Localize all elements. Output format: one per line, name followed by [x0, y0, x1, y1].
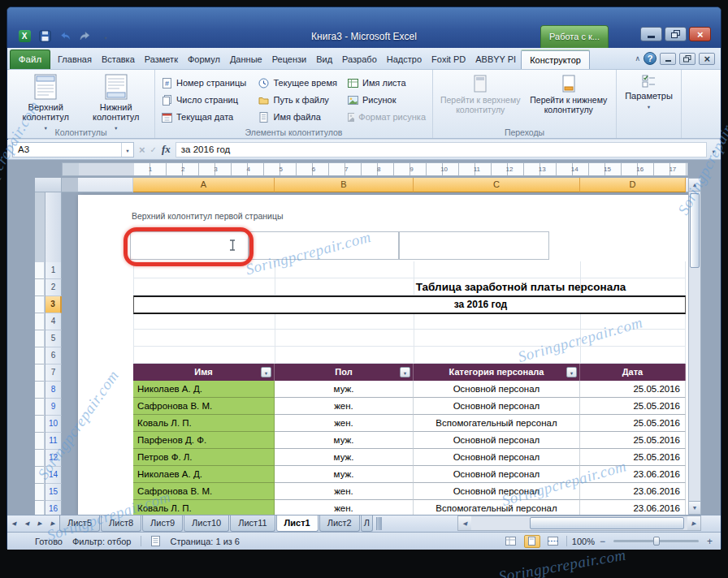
first-sheet-button[interactable]	[7, 515, 20, 532]
column-header-b[interactable]: B	[275, 178, 414, 192]
footer-button[interactable]: Нижний колонтитул	[81, 72, 151, 133]
save-button[interactable]	[37, 28, 52, 43]
zoom-out-button[interactable]	[600, 537, 605, 546]
cell-category[interactable]: Вспомогательный персонал	[414, 415, 580, 432]
tab-design-active[interactable]: Конструктор	[521, 50, 590, 69]
row-header[interactable]: 14	[46, 467, 62, 484]
cell-date[interactable]: 25.05.2016	[580, 415, 686, 432]
row-header[interactable]: 5	[46, 330, 62, 347]
scroll-left-button[interactable]	[458, 516, 471, 530]
row-header[interactable]: 7	[46, 364, 62, 382]
tab-addins[interactable]: Надстро	[382, 50, 427, 69]
doc-close-button[interactable]	[699, 53, 715, 65]
cell-category[interactable]: Основной персонал	[414, 483, 580, 500]
minimize-button[interactable]	[640, 27, 662, 41]
row-header[interactable]: 1	[46, 262, 62, 279]
scroll-down-button[interactable]	[689, 501, 700, 514]
row-header[interactable]: 2	[46, 279, 62, 296]
sheet-tab[interactable]: Лист8	[101, 515, 141, 532]
table-header-name[interactable]: Имя	[133, 364, 275, 381]
row-header[interactable]: 12	[46, 450, 62, 467]
scroll-right-button[interactable]	[687, 516, 700, 530]
normal-view-button[interactable]	[503, 535, 519, 548]
cell-gender[interactable]: муж.	[275, 432, 414, 449]
collapse-ribbon-icon[interactable]	[635, 54, 640, 63]
horizontal-scroll-thumb[interactable]	[530, 517, 684, 529]
tab-abbyy[interactable]: ABBYY PI	[470, 50, 521, 69]
name-box-dropdown[interactable]	[121, 143, 133, 157]
cell-gender[interactable]: муж.	[275, 466, 414, 483]
table-header-date[interactable]: Дата	[580, 364, 686, 381]
horizontal-scroll-track[interactable]	[471, 516, 687, 530]
vertical-scrollbar[interactable]	[688, 178, 701, 515]
row-header[interactable]: 4	[46, 313, 62, 330]
header-button[interactable]: Верхний колонтитул	[11, 72, 80, 133]
column-header-c[interactable]: C	[414, 178, 580, 192]
cell-category[interactable]: Основной персонал	[414, 398, 580, 415]
redo-button[interactable]	[78, 28, 93, 43]
insert-function-button[interactable]: fx	[162, 143, 171, 156]
sheet-tab[interactable]: Лист2	[319, 515, 360, 532]
cell-category[interactable]: Основной персонал	[414, 381, 580, 398]
filter-button[interactable]	[400, 367, 410, 377]
cell-name[interactable]: Петров Ф. Л.	[133, 449, 275, 466]
filter-button[interactable]	[566, 367, 577, 377]
file-path-button[interactable]: Путь к файлу	[255, 93, 344, 106]
row-header[interactable]: 8	[46, 382, 62, 399]
sheet-name-button[interactable]: Имя листа	[344, 76, 429, 89]
sheet-tab[interactable]: Л	[361, 515, 373, 532]
cell-gender[interactable]: муж.	[275, 381, 414, 398]
cell-date[interactable]: 25.05.2016	[580, 432, 686, 449]
sheet-tab[interactable]: Лист5	[59, 515, 100, 532]
sheet-tab[interactable]: Лист11	[230, 515, 275, 532]
tab-insert[interactable]: Вставка	[97, 50, 140, 69]
page-layout-view-button[interactable]	[524, 535, 540, 548]
cell-date[interactable]: 25.05.2016	[580, 398, 686, 415]
table-header-category[interactable]: Категория персонала	[414, 364, 580, 381]
picture-button[interactable]: Рисунок	[344, 93, 429, 106]
cell-category[interactable]: Вспомогательный персонал	[414, 500, 580, 515]
column-header-a[interactable]: A	[133, 178, 275, 192]
row-header[interactable]: 10	[46, 416, 62, 433]
cell-category[interactable]: Основной персонал	[414, 432, 580, 449]
format-picture-button[interactable]: Формат рисунка	[344, 110, 429, 123]
goto-header-button[interactable]: Перейти к верхнему колонтитулу	[437, 72, 523, 114]
row-header[interactable]: 6	[46, 347, 62, 364]
cell-gender[interactable]: жен.	[275, 500, 414, 515]
next-sheet-button[interactable]	[33, 515, 46, 532]
last-sheet-button[interactable]	[46, 515, 59, 532]
doc-minimize-button[interactable]	[660, 53, 676, 65]
tab-split-handle[interactable]	[376, 517, 382, 530]
tab-formulas[interactable]: Формул	[183, 50, 225, 69]
page-break-view-button[interactable]	[545, 535, 561, 548]
sheet-tab[interactable]: Лист9	[142, 515, 183, 532]
tab-data[interactable]: Данные	[225, 50, 267, 69]
cell-date[interactable]: 25.05.2016	[580, 381, 686, 398]
formula-input[interactable]: за 2016 год	[176, 142, 707, 157]
doc-restore-button[interactable]	[679, 53, 696, 65]
cell-name[interactable]: Коваль Л. П.	[133, 500, 275, 515]
cell-category[interactable]: Основной персонал	[414, 449, 580, 466]
header-box-right[interactable]	[399, 231, 549, 260]
column-header-d[interactable]: D	[580, 178, 686, 192]
qat-customize-button[interactable]	[98, 28, 113, 43]
enter-entry-icon[interactable]: ✓	[150, 145, 157, 154]
cell-gender[interactable]: жен.	[275, 483, 414, 500]
scroll-up-button[interactable]	[689, 179, 700, 192]
cell-date[interactable]: 23.06.2016	[580, 466, 686, 483]
options-button[interactable]: Параметры	[621, 72, 678, 112]
row-header-selected[interactable]: 3	[46, 296, 62, 313]
table-header-gender[interactable]: Пол	[275, 364, 414, 381]
page-number-button[interactable]: # Номер страницы	[158, 76, 255, 89]
cell-name[interactable]: Николаев А. Д.	[133, 381, 275, 398]
tab-home[interactable]: Главная	[53, 50, 97, 69]
tab-foxit[interactable]: Foxit PD	[427, 50, 470, 69]
filter-button[interactable]	[261, 367, 271, 377]
name-box[interactable]: A3	[12, 142, 134, 157]
header-box-center[interactable]	[249, 231, 399, 260]
cell-category[interactable]: Основной персонал	[414, 466, 580, 483]
zoom-slider[interactable]	[613, 540, 699, 542]
cell-name[interactable]: Сафронова В. М.	[133, 398, 275, 415]
cell-date[interactable]: 23.06.2016	[580, 500, 686, 515]
row-header[interactable]: 11	[46, 433, 62, 450]
